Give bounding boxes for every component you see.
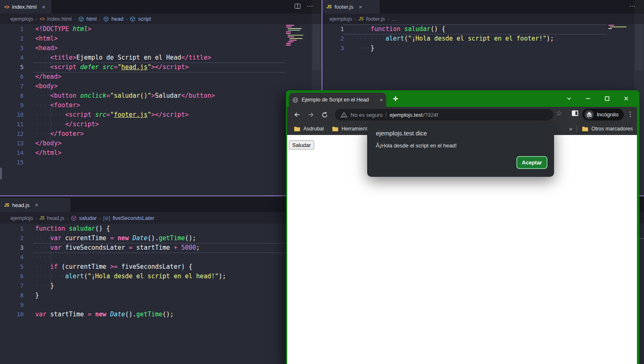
- bookmark-label: Asdrubal: [303, 126, 324, 132]
- chevron-right-icon: ›: [99, 17, 101, 22]
- incognito-badge[interactable]: Incógnito: [582, 108, 624, 121]
- reload-icon[interactable]: [320, 110, 329, 120]
- chevron-right-icon: ›: [36, 17, 37, 22]
- menu-kebab-icon[interactable]: ⋮: [627, 110, 634, 118]
- editor-actions-left-group: ⋯: [294, 2, 313, 10]
- bookmark-star-icon[interactable]: ☆: [556, 109, 562, 118]
- new-tab-button[interactable]: +: [393, 94, 398, 104]
- bookmarks-overflow-icon[interactable]: »: [569, 125, 572, 132]
- browser-tab-title: Ejemplo de Script en el Head: [302, 97, 377, 103]
- js-file-icon: JS: [40, 216, 45, 220]
- close-icon[interactable]: ×: [35, 202, 38, 208]
- minimap-footer[interactable]: [608, 25, 629, 31]
- close-icon[interactable]: ×: [359, 4, 362, 10]
- line-numbers: 12345678910: [0, 224, 24, 319]
- folder-icon: [582, 126, 588, 132]
- incognito-label: Incógnito: [597, 111, 619, 118]
- minimap-index[interactable]: [286, 25, 307, 46]
- breadcrumb-file[interactable]: index.html: [47, 16, 72, 22]
- screen: { "vscode": { "index": { "tab_label": "i…: [0, 0, 644, 364]
- bookmarks-divider: [576, 125, 577, 132]
- js-file-icon: JS: [359, 17, 364, 21]
- code-content: function saludar() {····var currentTime …: [35, 224, 226, 319]
- tab-footer-js[interactable]: JS footer.js ×: [322, 0, 380, 14]
- folder-icon: [294, 126, 300, 132]
- side-panel-icon[interactable]: [571, 110, 579, 116]
- omnibox-divider: [386, 112, 386, 118]
- close-window-button[interactable]: [622, 94, 631, 103]
- chevron-right-icon: ›: [74, 17, 76, 22]
- chevron-right-icon: ›: [67, 216, 68, 221]
- symbol-cube-icon: [130, 16, 136, 22]
- browser-tab[interactable]: Ejemplo de Script en el Head ×: [289, 93, 386, 107]
- symbol-cube-icon: [103, 16, 109, 22]
- back-icon[interactable]: [292, 110, 302, 120]
- browser-window: Ejemplo de Script en el Head × + No es s…: [286, 90, 639, 364]
- chevron-right-icon: ›: [387, 17, 389, 22]
- maximize-button[interactable]: [603, 94, 612, 103]
- line-numbers: 123: [322, 24, 344, 53]
- line-numbers: 123456789101112131415: [0, 24, 24, 167]
- breadcrumb-more[interactable]: …: [391, 16, 397, 22]
- code-content: ····function saludar() {········alert("¡…: [356, 24, 554, 53]
- symbol-function-cube-icon: [71, 215, 77, 221]
- breadcrumb: ejemplojs › JS head.js › saludar › [⊘] f…: [10, 213, 154, 223]
- symbol-cube-icon: [78, 16, 84, 22]
- not-secure-warning-icon: [341, 112, 347, 118]
- tab-label: index.html: [12, 4, 36, 10]
- chevron-right-icon: ›: [355, 17, 356, 22]
- breadcrumb-symbol[interactable]: saludar: [79, 215, 97, 221]
- code-content: <!DOCTYPE html><html><head>····<title>Ej…: [35, 24, 215, 167]
- html-file-icon: <>: [4, 4, 9, 10]
- tab-label: footer.js: [334, 4, 353, 10]
- html-file-icon: <>: [40, 16, 45, 22]
- tab-index-html[interactable]: <> index.html ×: [0, 0, 51, 14]
- chevron-right-icon: ›: [99, 216, 101, 221]
- breadcrumb-file[interactable]: head.js: [47, 215, 64, 221]
- bookmark-label: Otros marcadores: [591, 126, 633, 132]
- not-secure-label[interactable]: No es seguro: [351, 112, 383, 118]
- breadcrumb-symbol[interactable]: html: [87, 16, 97, 22]
- close-icon[interactable]: ×: [42, 4, 45, 10]
- breadcrumb-file[interactable]: footer.js: [366, 16, 385, 22]
- tab-head-js[interactable]: JS head.js ×: [0, 198, 70, 212]
- address-host: ejemplojs.test: [390, 112, 422, 118]
- breadcrumb-folder[interactable]: ejemplojs: [10, 215, 33, 221]
- alert-dialog-title: ejemplojs.test dice: [376, 130, 427, 137]
- bookmarks-right: » Otros marcadores: [569, 125, 634, 132]
- incognito-icon: [585, 110, 594, 119]
- forward-icon[interactable]: [306, 110, 316, 120]
- tab-label: head.js: [12, 202, 29, 208]
- folder-icon: [332, 126, 339, 132]
- close-tab-icon[interactable]: ×: [380, 97, 383, 103]
- bookmark-item[interactable]: Asdrubal: [290, 126, 328, 132]
- window-menu-chevron[interactable]: [564, 94, 574, 103]
- breadcrumb-symbol[interactable]: fiveSecondsLater: [113, 215, 154, 221]
- browser-toolbar: No es seguro ejemplojs.test /?324f ☆ Inc…: [287, 107, 637, 123]
- chevron-right-icon: ›: [36, 216, 37, 221]
- breadcrumb-symbol[interactable]: script: [138, 16, 151, 22]
- accept-button[interactable]: Aceptar: [516, 156, 547, 169]
- split-editor-icon[interactable]: [294, 3, 301, 10]
- minimize-button[interactable]: [583, 94, 593, 103]
- breadcrumb: ejemplojs › JS footer.js › …: [329, 14, 397, 24]
- chevron-right-icon: ›: [126, 17, 128, 22]
- address-bar[interactable]: No es seguro ejemplojs.test /?324f: [335, 109, 553, 121]
- symbol-variable-icon: [⊘]: [103, 215, 110, 221]
- js-file-icon: JS: [327, 5, 332, 9]
- globe-favicon: [292, 97, 298, 103]
- left-edge-decoration: [0, 168, 2, 179]
- address-path: /?324f: [423, 112, 438, 118]
- breadcrumb-folder[interactable]: ejemplojs: [329, 16, 352, 22]
- breadcrumb-symbol[interactable]: head: [111, 16, 123, 22]
- alert-dialog-message: Â¡Hola desde el script en el head!: [376, 142, 457, 149]
- breadcrumb: ejemplojs › <> index.html › html › head …: [10, 14, 151, 24]
- other-bookmarks-folder[interactable]: Otros marcadores: [581, 126, 634, 132]
- saludar-button[interactable]: Saludar: [289, 140, 314, 149]
- alert-dialog: ejemplojs.test dice Â¡Hola desde el scri…: [367, 124, 554, 177]
- breadcrumb-folder[interactable]: ejemplojs: [10, 16, 33, 22]
- js-file-icon: JS: [4, 203, 9, 207]
